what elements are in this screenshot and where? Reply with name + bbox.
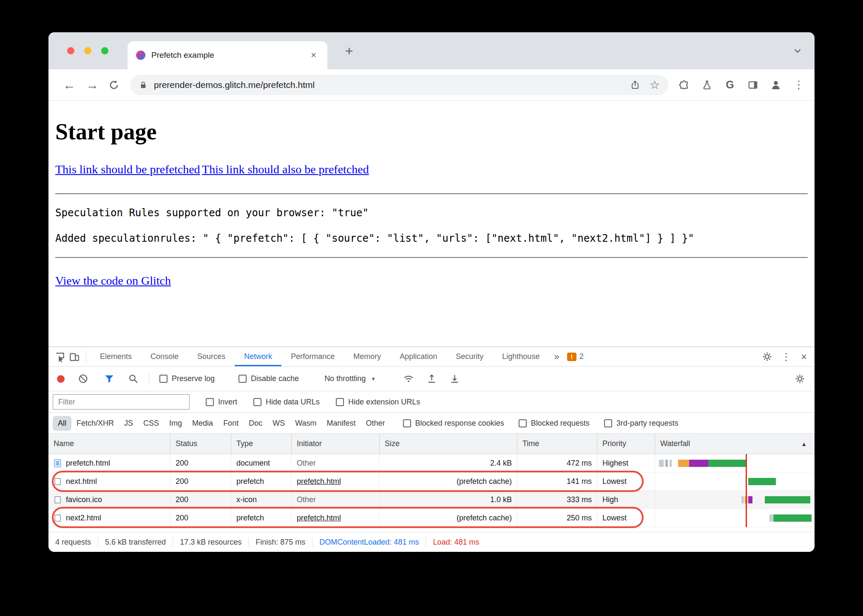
network-conditions-wifi-icon[interactable] [403,373,414,384]
import-har-icon[interactable] [426,373,437,384]
lock-icon[interactable] [139,80,148,90]
chip-js[interactable]: JS [119,416,138,431]
column-header-priority[interactable]: Priority [597,434,655,454]
devtools-menu-kebab-icon[interactable]: ⋮ [779,350,793,364]
back-button[interactable]: ← [58,79,81,91]
search-icon[interactable] [128,373,139,384]
tab-elements[interactable]: Elements [91,347,141,366]
forward-button[interactable]: → [81,79,104,91]
macos-zoom-button[interactable] [101,47,108,54]
flask-icon[interactable] [701,79,713,91]
request-time: 472 ms [517,454,597,472]
request-status: 200 [170,454,231,472]
prefetch-link-2[interactable]: This link should also be prefetched [202,163,369,176]
blocked-requests-checkbox[interactable]: Blocked requests [519,419,590,428]
waterfall-segment [748,478,776,485]
column-header-name[interactable]: Name [48,434,170,454]
chip-css[interactable]: CSS [138,416,164,431]
inspect-element-icon[interactable] [53,350,67,364]
address-bar[interactable]: prerender-demos.glitch.me/prefetch.html … [130,75,668,95]
filter-input[interactable] [53,394,190,410]
table-row-favicon-ico[interactable]: favicon.ico 200 x-icon Other 1.0 kB 333 … [48,491,815,509]
invert-checkbox[interactable]: Invert [206,398,237,407]
tab-close-icon[interactable]: × [308,49,319,62]
throttling-value: No throttling [324,374,366,383]
browser-tab[interactable]: Prefetch example × [128,41,327,69]
request-initiator: Other [297,459,316,468]
devtools-close-icon[interactable]: × [798,351,810,363]
chip-wasm[interactable]: Wasm [290,416,321,431]
tab-performance[interactable]: Performance [281,347,344,366]
reload-button[interactable] [104,79,124,91]
more-tabs-icon[interactable]: » [549,351,564,362]
preserve-log-checkbox[interactable]: Preserve log [159,374,215,383]
chip-ws[interactable]: WS [267,416,290,431]
waterfall-label: Waterfall [660,439,690,448]
waterfall-segment [773,514,812,522]
column-header-type[interactable]: Type [231,434,292,454]
requests-count: 4 requests [48,538,98,547]
request-status: 200 [170,491,231,509]
speculation-rules-text: Added speculationrules: " { "prefetch": … [55,232,808,244]
tab-console[interactable]: Console [141,347,188,366]
blocked-response-cookies-checkbox[interactable]: Blocked response cookies [403,419,504,428]
load-time: Load: 481 ms [426,538,486,547]
disable-cache-checkbox[interactable]: Disable cache [238,374,299,383]
chip-img[interactable]: Img [164,416,187,431]
request-initiator: Other [297,495,316,504]
third-party-requests-checkbox[interactable]: 3rd-party requests [604,419,678,428]
new-tab-button[interactable]: + [342,43,357,59]
tab-lighthouse[interactable]: Lighthouse [493,347,549,366]
macos-close-button[interactable] [67,47,74,54]
column-header-waterfall[interactable]: Waterfall ▲ [655,434,815,454]
network-status-bar: 4 requests 5.6 kB transferred 17.3 kB re… [48,532,815,552]
column-header-time[interactable]: Time [517,434,597,454]
chip-other[interactable]: Other [361,416,390,431]
macos-minimize-button[interactable] [84,47,91,54]
devtools-settings-gear-icon[interactable] [760,350,775,364]
browser-menu-kebab-icon[interactable]: ⋮ [792,79,805,91]
hide-extension-urls-checkbox[interactable]: Hide extension URLs [336,398,420,407]
tab-security[interactable]: Security [446,347,493,366]
tab-application[interactable]: Application [390,347,446,366]
record-button[interactable] [57,375,65,383]
request-name: prefetch.html [66,459,110,468]
request-priority: Highest [597,454,655,472]
filter-funnel-icon[interactable] [104,373,115,384]
tab-memory[interactable]: Memory [344,347,390,366]
waterfall-cell [655,491,815,509]
waterfall-segment [765,496,810,503]
glitch-code-link[interactable]: View the code on Glitch [55,274,171,288]
tab-network[interactable]: Network [235,347,281,366]
table-row-prefetch-html[interactable]: prefetch.html 200 document Other 2.4 kB … [48,454,815,472]
chip-manifest[interactable]: Manifest [322,416,361,431]
hide-data-urls-checkbox[interactable]: Hide data URLs [253,398,320,407]
prefetch-link-1[interactable]: This link should be prefetched [55,163,200,176]
checkbox [253,398,261,406]
checkbox [519,419,527,427]
chip-font[interactable]: Font [218,416,244,431]
column-header-initiator[interactable]: Initiator [292,434,380,454]
google-g-icon[interactable]: G [724,79,736,91]
chip-media[interactable]: Media [187,416,218,431]
chip-all[interactable]: All [53,416,71,431]
extensions-puzzle-icon[interactable] [678,79,690,91]
profile-avatar-icon[interactable] [769,79,782,91]
network-settings-gear-icon[interactable] [794,373,805,384]
chip-doc[interactable]: Doc [244,416,267,431]
share-icon[interactable] [630,80,640,90]
column-header-size[interactable]: Size [380,434,517,454]
tab-sources[interactable]: Sources [188,347,235,366]
clear-icon[interactable] [77,373,88,384]
side-panel-icon[interactable] [747,79,759,91]
throttling-dropdown[interactable]: No throttling ▼ [324,374,376,383]
tab-search-chevron-icon[interactable] [792,46,803,56]
column-header-status[interactable]: Status [170,434,231,454]
bookmark-star-icon[interactable]: ☆ [650,78,660,92]
export-har-icon[interactable] [449,373,460,384]
browser-window: Prefetch example × + ← → prerender-demos… [48,32,815,552]
device-toolbar-icon[interactable] [67,350,82,364]
divider [55,193,808,194]
warnings-badge[interactable]: ! 2 [567,352,584,361]
chip-fetch-xhr[interactable]: Fetch/XHR [71,416,119,431]
